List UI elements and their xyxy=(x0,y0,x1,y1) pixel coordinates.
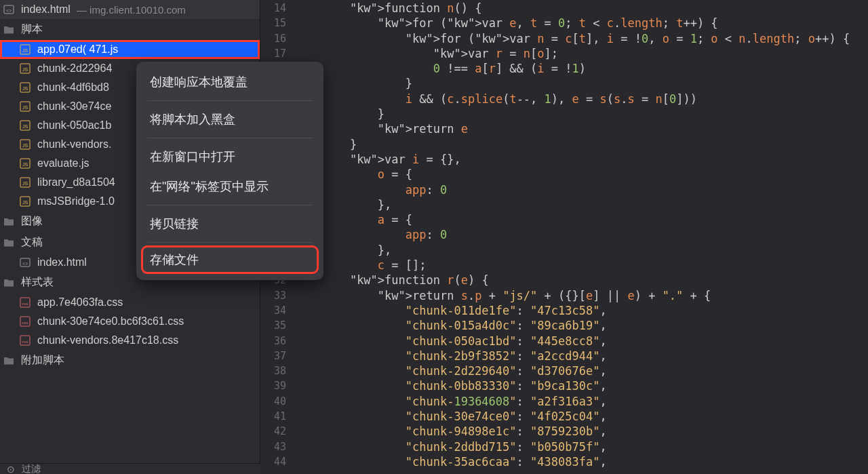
search-icon[interactable]: ⊙ xyxy=(7,464,15,475)
domain-subdomain: — img.client.10010.com xyxy=(77,4,186,16)
css-icon: css xyxy=(19,315,31,328)
context-reveal-network[interactable]: 在"网络"标签页中显示 xyxy=(136,172,323,201)
context-open-new-window[interactable]: 在新窗口中打开 xyxy=(136,142,323,172)
css-icon: css xyxy=(19,334,31,347)
code-content[interactable]: "kw">function n() { "kw">for ("kw">var e… xyxy=(294,0,868,474)
css-file-1[interactable]: css chunk-30e74ce0.bc6f3c61.css xyxy=(0,312,260,331)
svg-text:css: css xyxy=(22,321,28,325)
context-separator xyxy=(147,100,313,101)
svg-text:JS: JS xyxy=(22,48,28,53)
html-icon: <> xyxy=(19,256,31,269)
filter-input[interactable]: 过滤 xyxy=(22,463,41,474)
context-separator xyxy=(147,242,313,243)
css-icon: css xyxy=(19,296,31,309)
svg-text:JS: JS xyxy=(22,162,28,167)
js-icon: JS xyxy=(19,43,31,56)
svg-text:css: css xyxy=(22,302,28,306)
svg-text:JS: JS xyxy=(22,105,28,110)
js-icon: JS xyxy=(19,195,31,208)
folder-icon xyxy=(3,216,15,228)
js-icon: JS xyxy=(19,119,31,132)
svg-text:JS: JS xyxy=(22,67,28,72)
html-icon: <> xyxy=(3,3,15,16)
code-editor[interactable]: 1415161718192021222324252627282930313233… xyxy=(260,0,868,474)
js-icon: JS xyxy=(19,81,31,94)
svg-text:JS: JS xyxy=(22,86,28,91)
folder-icon xyxy=(3,355,15,367)
svg-text:<>: <> xyxy=(6,8,12,13)
context-create-local-override[interactable]: 创建响应本地覆盖 xyxy=(136,67,323,97)
js-icon: JS xyxy=(19,62,31,75)
folder-icon xyxy=(3,277,15,289)
folder-scripts[interactable]: 脚本 xyxy=(0,19,260,40)
filter-bar: ⊙ 过滤 xyxy=(0,463,260,474)
js-icon: JS xyxy=(19,157,31,170)
css-file-2[interactable]: css chunk-vendors.8e417c18.css xyxy=(0,331,260,350)
context-save-file[interactable]: 存储文件 xyxy=(142,246,318,273)
domain-file-label: index.html xyxy=(21,3,71,16)
js-icon: JS xyxy=(19,138,31,151)
domain-root-item[interactable]: <> index.html — img.client.10010.com xyxy=(0,0,260,19)
context-separator xyxy=(147,205,313,205)
script-file-0[interactable]: JS app.07ed( 471.js xyxy=(0,40,260,59)
svg-text:JS: JS xyxy=(22,124,28,129)
svg-text:css: css xyxy=(22,340,28,344)
folder-icon xyxy=(3,237,15,249)
context-copy-link[interactable]: 拷贝链接 xyxy=(136,209,323,239)
svg-text:<>: <> xyxy=(22,261,28,266)
css-file-0[interactable]: css app.7e4063fa.css xyxy=(0,293,260,312)
js-icon: JS xyxy=(19,176,31,189)
svg-text:JS: JS xyxy=(22,181,28,186)
context-separator xyxy=(147,138,313,138)
context-blackbox-script[interactable]: 将脚本加入黑盒 xyxy=(136,104,323,134)
folder-icon xyxy=(3,24,15,36)
folder-extra-scripts[interactable]: 附加脚本 xyxy=(0,350,260,371)
svg-text:JS: JS xyxy=(22,200,28,205)
svg-text:JS: JS xyxy=(22,143,28,148)
js-icon: JS xyxy=(19,100,31,113)
context-menu: 创建响应本地覆盖 将脚本加入黑盒 在新窗口中打开 在"网络"标签页中显示 拷贝链… xyxy=(136,62,323,280)
